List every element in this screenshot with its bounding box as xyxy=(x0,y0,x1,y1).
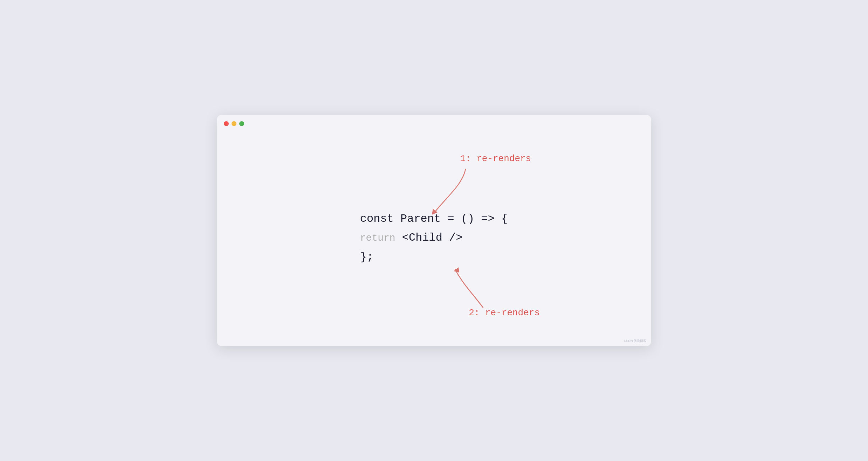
close-button[interactable] xyxy=(224,121,229,126)
annotation-2-label: 2: re-renders xyxy=(469,308,540,318)
titlebar xyxy=(217,115,651,132)
app-window: 1: re-renders const Parent = () => { ret… xyxy=(217,115,651,346)
code-return: return xyxy=(360,233,395,244)
watermark: CSDN 优质博客 xyxy=(624,339,646,343)
code-child-tag: <Child /> xyxy=(395,232,463,245)
code-line-1: const Parent = () => { xyxy=(360,209,508,228)
maximize-button[interactable] xyxy=(239,121,244,126)
content-area: 1: re-renders const Parent = () => { ret… xyxy=(217,132,651,346)
code-line-2: return <Child /> xyxy=(360,229,508,248)
annotation-1-label: 1: re-renders xyxy=(460,153,531,164)
code-line-3: }; xyxy=(360,248,508,267)
code-block: const Parent = () => { return <Child /> … xyxy=(360,209,508,267)
minimize-button[interactable] xyxy=(232,121,236,126)
